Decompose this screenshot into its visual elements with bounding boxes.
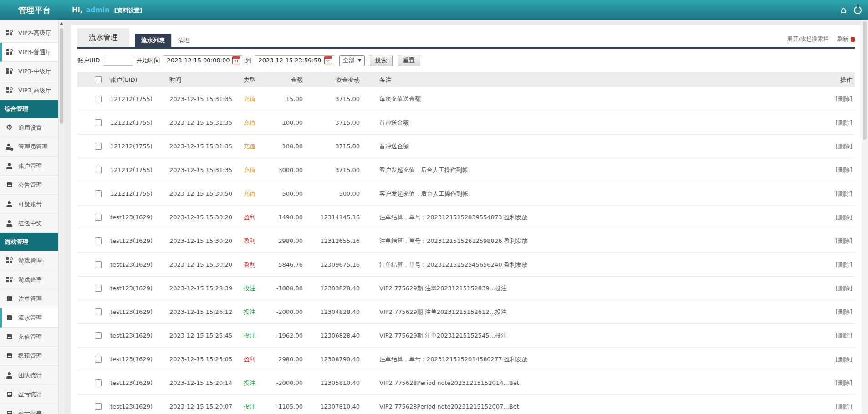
- type-select[interactable]: 全部 ▼: [339, 55, 365, 66]
- sidebar-scrollbar[interactable]: [58, 20, 65, 414]
- sidebar-item[interactable]: 可疑账号: [0, 195, 58, 214]
- delete-link[interactable]: [删除]: [836, 96, 852, 102]
- tab-strip: 流水管理 流水列表 清理 展开/收起搜索栏 刷新: [77, 28, 855, 49]
- doc-icon: [6, 391, 13, 398]
- refresh-link[interactable]: 刷新: [837, 35, 848, 43]
- row-checkbox[interactable]: [95, 308, 102, 315]
- user-icon: [6, 162, 13, 170]
- delete-link[interactable]: [删除]: [836, 190, 852, 197]
- sidebar-item[interactable]: 团队统计: [0, 366, 58, 385]
- tab-clean[interactable]: 清理: [171, 34, 196, 47]
- delete-link[interactable]: [删除]: [836, 285, 852, 292]
- row-checkbox[interactable]: [95, 403, 102, 410]
- home-icon[interactable]: ⌂: [841, 5, 847, 15]
- sidebar-item-label: 游戏管理: [5, 238, 28, 246]
- logout-power-icon[interactable]: [854, 6, 862, 14]
- row-checkbox[interactable]: [95, 167, 102, 173]
- sidebar-item[interactable]: 账户管理: [0, 157, 58, 176]
- cell-change: 12308790.40: [303, 356, 360, 363]
- page-scrollbar-thumb[interactable]: [863, 21, 867, 140]
- sidebar-item-label: 充值管理: [18, 333, 42, 341]
- end-datetime-input[interactable]: 2023-12-15 23:59:59: [255, 55, 334, 66]
- start-datetime-value[interactable]: 2023-12-15 00:00:00: [167, 57, 230, 64]
- delete-link[interactable]: [删除]: [836, 237, 852, 244]
- sidebar-item-label: 盈亏统计: [18, 390, 42, 399]
- toggle-search-link[interactable]: 展开/收起搜索栏: [787, 35, 829, 43]
- row-checkbox[interactable]: [95, 96, 102, 102]
- row-checkbox[interactable]: [95, 261, 102, 268]
- sidebar-item[interactable]: 通用设置: [0, 118, 58, 137]
- delete-link[interactable]: [删除]: [836, 379, 852, 386]
- row-checkbox[interactable]: [95, 143, 102, 150]
- delete-link[interactable]: [删除]: [836, 167, 852, 173]
- sidebar-item[interactable]: 红包中奖: [0, 214, 58, 233]
- select-all-checkbox[interactable]: [95, 76, 102, 83]
- cell-time: 2023-12-15 15:25:45: [169, 332, 244, 339]
- row-checkbox[interactable]: [95, 379, 102, 386]
- sidebar-scrollbar-thumb[interactable]: [60, 28, 63, 124]
- delete-link[interactable]: [删除]: [836, 356, 852, 363]
- greeting-prefix: Hi,: [72, 6, 82, 14]
- scroll-up-arrow-icon[interactable]: [60, 22, 63, 25]
- grid-icon: [6, 276, 13, 283]
- sidebar-item[interactable]: 盈亏统计: [0, 385, 58, 404]
- end-datetime-value[interactable]: 2023-12-15 23:59:59: [258, 57, 321, 64]
- sidebar-item[interactable]: 提现管理: [0, 347, 58, 366]
- cell-uid: test123(1629): [110, 332, 169, 339]
- row-checkbox[interactable]: [95, 356, 102, 363]
- start-datetime-input[interactable]: 2023-12-15 00:00:00: [163, 55, 242, 66]
- refresh-link-wrap[interactable]: 刷新: [837, 35, 855, 43]
- delete-link[interactable]: [删除]: [836, 119, 852, 126]
- sidebar-item-label: 综合管理: [5, 105, 28, 113]
- page-scrollbar[interactable]: [861, 20, 868, 414]
- sidebar-item[interactable]: 公告管理: [0, 176, 58, 195]
- sidebar-item[interactable]: 游戏管理: [0, 233, 58, 251]
- cell-time: 2023-12-15 15:31:35: [169, 96, 244, 102]
- row-checkbox[interactable]: [95, 332, 102, 339]
- row-checkbox[interactable]: [95, 214, 102, 221]
- user-icon: [6, 220, 13, 227]
- sidebar-item-label: 通用设置: [18, 124, 42, 132]
- sidebar-item[interactable]: VIP2-高级厅: [0, 24, 58, 43]
- cell-remark: VIP2 775629期 注单20231215152612...投注: [360, 308, 819, 316]
- cell-type: 盈利: [244, 261, 269, 269]
- sidebar-item[interactable]: VIP3-普通厅: [0, 43, 58, 62]
- sidebar-item[interactable]: 综合管理: [0, 100, 58, 118]
- table-row: test123(1629) 2023-12-15 15:30:20 盈利 584…: [77, 253, 855, 277]
- delete-link[interactable]: [删除]: [836, 214, 852, 221]
- delete-link[interactable]: [删除]: [836, 332, 852, 339]
- sidebar-item[interactable]: 游戏管理: [0, 251, 58, 270]
- profile-settings-link[interactable]: [资料设置]: [114, 7, 142, 15]
- delete-link[interactable]: [删除]: [836, 261, 852, 268]
- cell-remark: VIP2 775628Period note20231215152014...B…: [360, 379, 819, 386]
- reset-button[interactable]: 重置: [398, 55, 420, 66]
- sidebar-item[interactable]: 管理员管理: [0, 137, 58, 157]
- sidebar-item[interactable]: 盈亏报表: [0, 404, 58, 414]
- row-checkbox[interactable]: [95, 119, 102, 126]
- sidebar-item[interactable]: VIP3-高级厅: [0, 81, 58, 100]
- row-checkbox[interactable]: [95, 190, 102, 197]
- delete-link[interactable]: [删除]: [836, 403, 852, 410]
- sidebar-item[interactable]: 充值管理: [0, 328, 58, 347]
- calendar-icon[interactable]: [232, 56, 240, 64]
- sidebar-item-label: 团队统计: [18, 371, 42, 379]
- cell-change: 12314145.16: [303, 214, 360, 221]
- row-checkbox[interactable]: [95, 285, 102, 292]
- sidebar-item[interactable]: 流水管理: [0, 308, 58, 328]
- cell-time: 2023-12-15 15:30:20: [169, 261, 244, 268]
- search-button[interactable]: 搜索: [370, 55, 393, 66]
- sidebar-item[interactable]: 游戏赔率: [0, 270, 58, 289]
- uid-input[interactable]: [103, 56, 133, 66]
- calendar-icon[interactable]: [324, 56, 332, 64]
- chevron-down-icon: ▼: [358, 58, 361, 62]
- delete-link[interactable]: [删除]: [836, 143, 852, 150]
- strip-toolbar: 展开/收起搜索栏 刷新: [787, 35, 855, 47]
- sidebar-item[interactable]: 注单管理: [0, 289, 58, 308]
- cell-time: 2023-12-15 15:30:20: [169, 237, 244, 244]
- delete-link[interactable]: [删除]: [836, 308, 852, 315]
- sidebar-item[interactable]: VIP3-中级厅: [0, 62, 58, 81]
- page-title: 流水管理: [77, 28, 129, 47]
- cell-amount: -2000.00: [269, 308, 303, 315]
- row-checkbox[interactable]: [95, 237, 102, 244]
- tab-flow-list[interactable]: 流水列表: [135, 34, 171, 47]
